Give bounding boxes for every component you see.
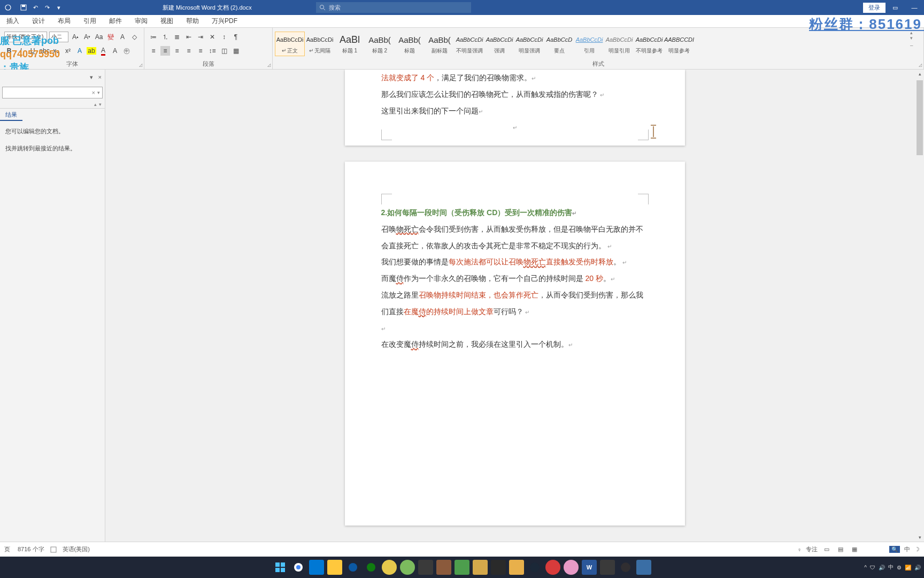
tab-mailings[interactable]: 邮件: [103, 14, 128, 28]
tab-help[interactable]: 帮助: [180, 14, 205, 28]
focus-mode-label[interactable]: 专注: [806, 545, 818, 553]
nav-search-clear-icon[interactable]: ×: [92, 89, 95, 96]
tab-wanxing-pdf[interactable]: 万兴PDF: [205, 14, 244, 28]
redo-icon[interactable]: ↷: [43, 3, 51, 12]
scroll-down-icon[interactable]: ▾: [915, 533, 924, 542]
shading-icon[interactable]: ◫: [219, 46, 229, 56]
show-marks-icon[interactable]: ¶: [231, 32, 241, 42]
bold-icon[interactable]: B: [4, 46, 14, 56]
nav-search-input[interactable]: × ▾: [2, 87, 103, 98]
ime-indicator[interactable]: 中: [904, 545, 910, 553]
app-icon[interactable]: [455, 560, 469, 575]
nav-close-button[interactable]: ×: [98, 74, 102, 80]
badge-icon[interactable]: 🔍: [889, 546, 900, 553]
char-shading-icon[interactable]: A: [110, 46, 120, 56]
text-effects-icon[interactable]: A: [75, 46, 84, 56]
style-item[interactable]: AaBb(标题 2: [365, 32, 395, 56]
style-item[interactable]: AaBbCcDi不明显强调: [455, 32, 484, 56]
para-dialog-icon[interactable]: ◿: [267, 63, 271, 67]
document-area[interactable]: 法就变成了 4 个，满足了我们的召唤物需求。↵ 那么我们应该怎么让我们的召唤物死…: [105, 70, 924, 563]
tab-design[interactable]: 设计: [26, 14, 51, 28]
app-icon[interactable]: [382, 560, 397, 575]
style-item[interactable]: AaBbCcD要点: [544, 32, 574, 56]
style-item[interactable]: AaBl标题 1: [335, 32, 365, 56]
nav-dropdown-icon[interactable]: ▾: [90, 74, 93, 81]
align-right-icon[interactable]: ≡: [172, 46, 182, 56]
moon-icon[interactable]: ☽: [914, 546, 920, 553]
tray-volume-icon[interactable]: 🔊: [914, 565, 921, 571]
asian-layout-icon[interactable]: ✕: [207, 32, 217, 42]
explorer-icon[interactable]: [327, 560, 342, 575]
superscript-icon[interactable]: x²: [63, 46, 73, 56]
tab-insert[interactable]: 插入: [0, 14, 26, 28]
app-icon[interactable]: [473, 560, 488, 575]
tray-icon[interactable]: 📶: [905, 565, 911, 571]
subscript-icon[interactable]: x₂: [51, 46, 61, 56]
app-icon[interactable]: [418, 560, 433, 575]
shrink-font-icon[interactable]: A▾: [82, 32, 92, 42]
xbox-icon[interactable]: [364, 560, 379, 575]
strike-icon[interactable]: abc: [40, 46, 49, 56]
tray-icon[interactable]: 🔊: [879, 565, 885, 571]
scroll-thumb[interactable]: [917, 80, 923, 155]
highlight-icon[interactable]: ab: [87, 46, 96, 56]
status-word-count[interactable]: 8716 个字: [18, 545, 44, 553]
edge-icon[interactable]: [345, 560, 360, 575]
distributed-icon[interactable]: ≡: [196, 46, 205, 56]
underline-icon[interactable]: U: [28, 46, 37, 56]
view-print-icon[interactable]: ▤: [836, 545, 845, 554]
word-icon[interactable]: W: [582, 560, 597, 575]
app-icon[interactable]: [436, 560, 451, 575]
style-item[interactable]: AaBbCcDi↵ 正文: [275, 32, 305, 56]
scroll-up-icon[interactable]: ▴: [915, 70, 924, 78]
start-button[interactable]: [273, 560, 288, 575]
tab-references[interactable]: 引用: [77, 14, 103, 28]
focus-mode-icon[interactable]: ♀: [797, 546, 802, 553]
minimize-button[interactable]: —: [905, 0, 924, 15]
app-icon[interactable]: [600, 560, 615, 575]
obs-icon[interactable]: [618, 560, 633, 575]
nav-next-icon[interactable]: ▾: [99, 102, 102, 107]
tab-review[interactable]: 审阅: [128, 14, 154, 28]
spellcheck-icon[interactable]: [50, 546, 57, 553]
status-language[interactable]: 英语(美国): [63, 545, 90, 553]
search-box[interactable]: 搜索: [316, 2, 471, 13]
app-icon[interactable]: [400, 560, 415, 575]
sort-icon[interactable]: ↕: [219, 32, 229, 42]
style-item[interactable]: AaBbCcDi不明显参考: [634, 32, 664, 56]
style-item[interactable]: AaBbCcDi强调: [484, 32, 514, 56]
borders-icon[interactable]: ▦: [231, 46, 241, 56]
tray-ime[interactable]: 中: [888, 564, 894, 571]
style-item[interactable]: AaBb(标题: [395, 32, 425, 56]
line-spacing-icon[interactable]: ↕≡: [207, 46, 217, 56]
numbering-icon[interactable]: ⒈: [160, 32, 170, 42]
nav-prev-icon[interactable]: ▴: [94, 102, 97, 107]
app-icon[interactable]: [564, 560, 579, 575]
indent-inc-icon[interactable]: ⇥: [196, 32, 205, 42]
enclose-char-icon[interactable]: ㊥: [122, 46, 132, 56]
ribbon-display-icon[interactable]: ▭: [886, 0, 905, 15]
view-read-icon[interactable]: ▭: [822, 545, 831, 554]
bullets-icon[interactable]: ≔: [149, 32, 158, 42]
vertical-scrollbar[interactable]: ▴ ▾: [915, 70, 924, 542]
styles-scroll-down-icon[interactable]: ▾: [910, 35, 913, 41]
font-color-icon[interactable]: A: [98, 46, 108, 56]
style-item[interactable]: AaBbCcDi明显强调: [514, 32, 544, 56]
indent-dec-icon[interactable]: ⇤: [184, 32, 194, 42]
style-item[interactable]: AaBbCcDi明显引用: [604, 32, 634, 56]
font-dialog-icon[interactable]: ◿: [139, 63, 142, 67]
tray-icon[interactable]: ⚙: [897, 565, 902, 571]
justify-icon[interactable]: ≡: [184, 46, 194, 56]
steam-icon[interactable]: [527, 560, 542, 575]
char-border-icon[interactable]: A: [118, 32, 127, 42]
font-name-combo[interactable]: 等线 (西文正文): [4, 32, 47, 42]
calculator-icon[interactable]: [636, 560, 651, 575]
undo-icon[interactable]: ↶: [31, 3, 40, 12]
app-icon[interactable]: [491, 560, 506, 575]
app-icon[interactable]: [545, 560, 560, 575]
styles-dialog-icon[interactable]: ◿: [919, 63, 922, 67]
change-case-icon[interactable]: Aa: [94, 32, 104, 42]
grow-font-icon[interactable]: A▴: [71, 32, 80, 42]
align-center-icon[interactable]: ≡: [160, 46, 170, 56]
nav-tab-results[interactable]: 结果: [0, 109, 22, 121]
